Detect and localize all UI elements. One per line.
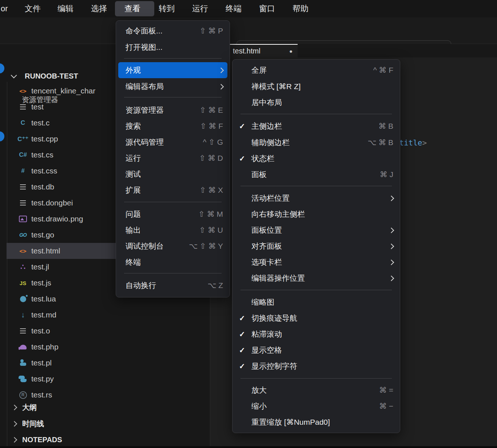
image-file-icon [17,215,28,223]
shortcut-label: ⇧ ⌘ M [198,210,223,219]
menu-terminal[interactable]: 终端 [226,0,242,17]
menu-view[interactable]: 查看 [124,0,140,17]
submenu-arrow-icon [218,84,224,89]
file-row-test-php[interactable]: test.php [0,339,210,355]
file-name: test.jl [31,263,49,271]
file-row-test-md[interactable]: ↓ test.md [0,307,210,323]
menu-item-appearance[interactable]: 外观 [118,62,227,78]
menu-item-run[interactable]: 运行 ⇧ ⌘ D [118,150,227,166]
menu-item-label: 调试控制台 [126,241,164,251]
file-name: test.cpp [31,135,58,143]
menu-separator [124,202,222,202]
menu-item-centered-layout[interactable]: 居中布局 [235,95,398,111]
menu-item-panel[interactable]: 面板 ⌘ J [235,167,398,183]
menu-item-label: 辅助侧边栏 [251,137,290,148]
menu-item-label: 放大 [251,385,267,395]
file-name: test.c [31,119,49,127]
menu-item-explorer[interactable]: 资源管理器 ⇧ ⌘ E [118,102,227,118]
menu-item-reset-zoom[interactable]: 重置缩放 [⌘NumPad0] [235,414,398,430]
menu-item-editor-actions-position[interactable]: 编辑器操作位置 [235,270,398,286]
menu-item-tab-bar[interactable]: 选项卡栏 [235,254,398,270]
checkmark-icon: ✓ [239,346,251,355]
menu-item-open-view[interactable]: 打开视图... [118,39,227,55]
chevron-right-icon [12,421,17,427]
menu-item-output[interactable]: 输出 ⇧ ⌘ U [118,222,227,238]
shortcut-label: ⌘ J [380,170,393,179]
submenu-arrow-icon [218,67,224,73]
html-file-icon: <> [17,247,28,255]
menu-item-render-control-characters[interactable]: ✓ 显示控制字符 [235,358,398,374]
menu-edit[interactable]: 编辑 [57,0,73,17]
csharp-file-icon: C# [17,151,28,159]
menu-item-label: 测试 [126,169,141,179]
file-name: tencent_kline_char [31,87,95,95]
menu-item-debug-console[interactable]: 调试控制台 ⌥ ⇧ ⌘ Y [118,238,227,254]
menu-item-zoom-out[interactable]: 缩小 ⌘ − [235,398,398,414]
menu-item-activity-bar-position[interactable]: 活动栏位置 [235,190,398,206]
menu-item-label: 粘滞滚动 [251,329,282,339]
db-file-icon [17,183,28,191]
menu-item-editor-layout[interactable]: 编辑器布局 [118,79,227,95]
python-file-icon [17,375,28,383]
checkmark-icon: ✓ [239,362,251,371]
menu-item-render-whitespace[interactable]: ✓ 显示空格 [235,342,398,358]
menu-selection[interactable]: 选择 [91,0,107,17]
view-menu-dropdown: 命令面板... ⇧ ⌘ P 打开视图... 外观 编辑器布局 资源管理器 ⇧ ⌘… [116,20,230,297]
menu-help[interactable]: 帮助 [293,0,309,17]
code-punct-close: > [422,139,427,147]
app-menu-fragment[interactable]: or [1,0,8,17]
shortcut-label: ⌘ − [379,402,393,411]
menu-file[interactable]: 文件 [25,0,41,17]
menu-item-breadcrumbs[interactable]: ✓ 切换痕迹导航 [235,310,398,326]
submenu-arrow-icon [389,195,394,201]
file-row-test-pl[interactable]: test.pl [0,355,210,371]
menu-item-testing[interactable]: 测试 [118,166,227,182]
menu-item-extensions[interactable]: 扩展 ⇧ ⌘ X [118,182,227,198]
menu-item-command-palette[interactable]: 命令面板... ⇧ ⌘ P [118,23,227,39]
menu-item-search[interactable]: 搜索 ⇧ ⌘ F [118,118,227,134]
shortcut-label: ⌘ = [379,386,393,395]
menu-item-primary-sidebar[interactable]: ✓ 主侧边栏 ⌘ B [235,118,398,134]
file-name: test.py [31,375,54,383]
menu-item-label: 外观 [126,65,141,75]
menu-window[interactable]: 窗口 [259,0,275,17]
file-name: test.js [31,279,51,287]
menu-item-align-panel[interactable]: 对齐面板 [235,238,398,254]
file-row-test-o[interactable]: test.o [0,323,210,339]
text-file-icon [17,103,28,111]
menu-item-full-screen[interactable]: 全屏 ^ ⌘ F [235,62,398,78]
menu-item-source-control[interactable]: 源代码管理 ^ ⇧ G [118,134,227,150]
menu-item-zoom-in[interactable]: 放大 ⌘ = [235,382,398,398]
menu-item-minimap[interactable]: 缩略图 [235,294,398,310]
menu-run[interactable]: 运行 [192,0,208,17]
menu-item-problems[interactable]: 问题 ⇧ ⌘ M [118,206,227,222]
section-outline[interactable]: 大纲 [0,399,210,415]
menu-item-label: 对齐面板 [251,241,282,251]
menu-go[interactable]: 转到 [159,0,175,17]
file-name: test.cs [31,151,53,159]
section-timeline[interactable]: 时间线 [0,416,210,432]
file-name: test.md [31,311,56,319]
section-notepads[interactable]: NOTEPADS [0,432,210,448]
menu-item-label: 全屏 [251,65,267,75]
menu-item-label: 扩展 [126,185,141,195]
menu-item-panel-position[interactable]: 面板位置 [235,222,398,238]
menu-item-word-wrap[interactable]: 自动换行 ⌥ Z [118,277,227,293]
markdown-file-icon: ↓ [17,311,28,319]
submenu-arrow-icon [389,227,394,233]
shortcut-label: ⇧ ⌘ D [199,154,223,163]
menu-separator [240,114,392,114]
menu-item-terminal[interactable]: 终端 [118,254,227,270]
menu-item-zen-mode[interactable]: 禅模式 [⌘R Z] [235,79,398,95]
menu-item-move-sidebar-right[interactable]: 向右移动主侧栏 [235,206,398,222]
file-row-test-py[interactable]: test.py [0,371,210,387]
tab-test-html[interactable]: test.html ● [226,44,298,57]
menu-item-secondary-sidebar[interactable]: 辅助侧边栏 ⌥ ⌘ B [235,135,398,151]
submenu-arrow-icon [389,243,394,249]
menu-bar: or 文件 编辑 选择 查看 转到 运行 终端 窗口 帮助 [0,0,497,17]
vscode-window: runoob-test test.html ● </title> 资源管理器 R… [0,0,497,448]
menu-item-sticky-scroll[interactable]: ✓ 粘滞滚动 [235,326,398,342]
menu-item-status-bar[interactable]: ✓ 状态栏 [235,151,398,167]
css-file-icon: # [17,167,28,175]
chevron-down-icon [11,72,17,79]
